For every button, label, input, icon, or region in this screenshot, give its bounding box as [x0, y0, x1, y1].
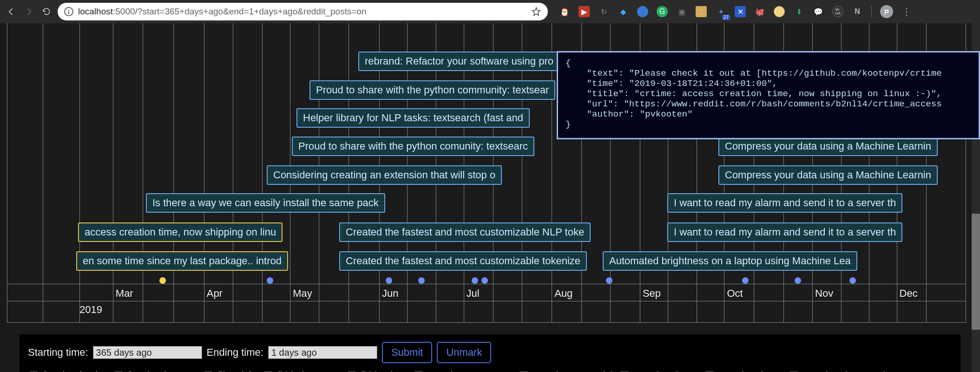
ext-n-icon[interactable]: N: [852, 6, 863, 17]
month-label: Oct: [727, 287, 743, 300]
timeline-dot[interactable]: [481, 277, 488, 284]
ext-grid-icon[interactable]: MIGA: [832, 6, 843, 17]
timeline-event[interactable]: Proud to share with the python comunity:…: [292, 137, 534, 156]
year-label: 2019: [79, 304, 102, 316]
timeline-dot[interactable]: [472, 277, 478, 284]
start-time-label: Starting time:: [28, 346, 88, 359]
axis-line-lower: [7, 301, 966, 301]
timeline-event[interactable]: Compress your data using a Machine Learn…: [718, 165, 938, 185]
source-facebook_chat[interactable]: facebook_chat: [28, 370, 110, 372]
back-button[interactable]: [5, 5, 18, 18]
timeline-dot[interactable]: [795, 277, 801, 284]
ext-green-circle-icon[interactable]: G: [657, 6, 668, 17]
ext-circle-blue-icon[interactable]: [637, 6, 648, 17]
source-google_play_music[interactable]: google_play_music: [788, 370, 890, 372]
timeline-event[interactable]: Compress your data using a Machine Learn…: [718, 137, 938, 156]
timeline-dot[interactable]: [386, 277, 392, 284]
timeline-event[interactable]: access creation time, now shipping on li…: [78, 222, 283, 242]
source-google_places[interactable]: google_places: [704, 370, 785, 372]
menu-button[interactable]: ⋮: [901, 6, 912, 17]
forward-button[interactable]: [22, 5, 35, 18]
gridline: [79, 23, 80, 322]
event-tooltip: { "text": "Please check it out at [https…: [557, 51, 980, 139]
timeline-event[interactable]: Considering creating an extension that w…: [267, 165, 502, 185]
month-label: Aug: [554, 287, 572, 300]
ext-sync-icon[interactable]: ↻: [598, 6, 609, 17]
ext-cat-icon[interactable]: 🐙: [754, 6, 765, 17]
source-label: google_photos: [634, 370, 701, 372]
gridline: [204, 23, 204, 322]
month-label: Apr: [207, 287, 223, 300]
ext-red-square-icon[interactable]: ▶: [579, 6, 590, 17]
submit-button[interactable]: Submit: [382, 342, 432, 363]
timeline-dot[interactable]: [742, 277, 749, 284]
ext-shield-icon[interactable]: ▣: [676, 6, 687, 17]
timeline-dot[interactable]: [159, 277, 166, 284]
timeline-dot[interactable]: [606, 277, 612, 284]
browser-toolbar: i localhost:5000/?start=365+days+ago&end…: [0, 0, 980, 23]
ext-box-icon[interactable]: ∵: [696, 6, 707, 17]
ext-santa-hat-icon[interactable]: 🎅: [559, 6, 570, 17]
ext-x-icon[interactable]: ✕: [735, 6, 746, 17]
timeline-event[interactable]: I want to read my alarm and send it to a…: [667, 193, 902, 213]
timeline-event[interactable]: Helper library for NLP tasks: textsearch…: [296, 108, 530, 128]
source-file_visits[interactable]: file_visits: [202, 370, 259, 372]
timeline-event[interactable]: I want to read my alarm and send it to a…: [667, 222, 902, 242]
month-label: Dec: [900, 287, 918, 300]
month-label: Mar: [116, 287, 133, 300]
timeline-event[interactable]: Created the fastest and most customizabl…: [339, 251, 587, 271]
ext-speech-icon[interactable]: 💬: [813, 6, 824, 17]
bookmark-star-icon[interactable]: [531, 7, 541, 17]
gridline: [43, 23, 43, 322]
toolbar-divider: [871, 6, 872, 17]
month-label: Jul: [467, 287, 480, 300]
unmark-button[interactable]: Unmark: [437, 342, 491, 363]
gridline: [113, 23, 113, 322]
gridline: [173, 23, 174, 322]
source-google_app_usage[interactable]: google_app_usage: [413, 370, 515, 372]
month-label: May: [293, 287, 312, 300]
end-time-label: Ending time:: [207, 346, 263, 359]
ext-badge-icon[interactable]: ✦27: [715, 6, 726, 17]
controls-panel: Starting time: Ending time: Submit Unmar…: [20, 334, 960, 372]
month-label: Nov: [815, 287, 833, 300]
start-time-input[interactable]: [93, 346, 202, 359]
profile-avatar[interactable]: P: [880, 5, 893, 18]
page-content: MarAprMayJunJulAugSepOctNovDec 2019 rebr…: [0, 23, 980, 372]
address-bar[interactable]: i localhost:5000/?start=365+days+ago&end…: [58, 3, 548, 20]
timeline-dot[interactable]: [849, 277, 856, 284]
gridline: [143, 23, 143, 322]
timeline-event[interactable]: en some time since my last package.. int…: [76, 251, 288, 271]
scrollbar-thumb[interactable]: [972, 214, 980, 330]
month-label: Sep: [643, 287, 661, 300]
source-label: google_page_visit: [533, 370, 615, 372]
extension-icons: 🎅 ▶ ↻ ◆ G ▣ ∵ ✦27 ✕ 🐙 ⬇ 💬 MIGA N P ⋮: [559, 5, 912, 18]
url-path: :5000/?start=365+days+ago&end=1+days+ago…: [113, 7, 367, 16]
timeline-event[interactable]: Automated brightness on a laptop using M…: [603, 251, 857, 271]
url-text: localhost:5000/?start=365+days+ago&end=1…: [78, 7, 526, 17]
timeline-event[interactable]: rebrand: Refactor your software using pr…: [358, 52, 560, 71]
source-label: google_app_usage: [428, 370, 515, 372]
gridline: [262, 23, 263, 322]
source-facebook_posts[interactable]: facebook_posts: [112, 370, 199, 372]
ext-orange-circle-icon[interactable]: [774, 6, 785, 17]
ext-download-icon[interactable]: ⬇: [793, 6, 804, 17]
source-label: fitbit_heartrate: [277, 370, 343, 372]
end-time-input[interactable]: [268, 346, 377, 359]
ext-diamond-icon[interactable]: ◆: [618, 6, 629, 17]
timeline-dot[interactable]: [267, 277, 273, 284]
source-google_page_visit[interactable]: google_page_visit: [518, 370, 615, 372]
url-host: localhost: [78, 7, 113, 16]
timeline-event[interactable]: Is there a way we can easily install the…: [146, 193, 385, 213]
timeline-event[interactable]: Created the fastest and most customizabl…: [339, 222, 591, 242]
reload-button[interactable]: [40, 5, 53, 18]
month-label: Jun: [382, 287, 398, 300]
source-fitbit_heartrate[interactable]: fitbit_heartrate: [262, 370, 343, 372]
source-fitbit_sleep[interactable]: fitbit_sleep: [346, 370, 410, 372]
timeline-event[interactable]: Proud to share with the python community…: [309, 80, 555, 100]
gridline: [233, 23, 233, 322]
site-info-icon[interactable]: i: [64, 7, 73, 16]
source-label: google_places: [719, 370, 785, 372]
source-google_photos[interactable]: google_photos: [618, 370, 701, 372]
timeline-dot[interactable]: [418, 277, 425, 284]
